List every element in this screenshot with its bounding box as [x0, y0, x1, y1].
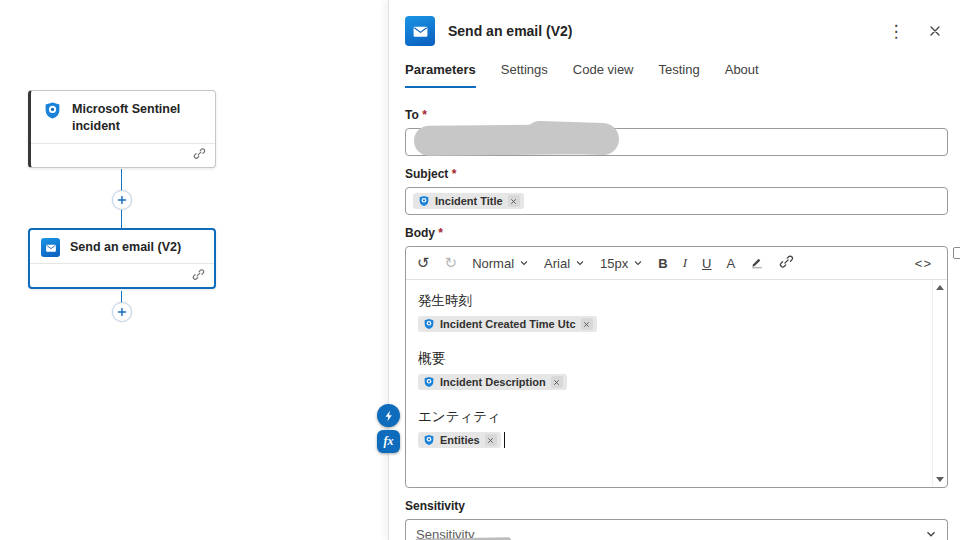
trigger-card-title: Microsoft Sentinel incident: [72, 101, 198, 135]
outlook-icon: [405, 16, 435, 46]
chevron-down-icon: [575, 258, 585, 268]
to-field-label: To *: [405, 108, 948, 122]
undo-icon[interactable]: ↺: [417, 254, 430, 272]
dynamic-content-lightning-icon[interactable]: [377, 404, 400, 427]
email-body-content[interactable]: 発生時刻 Incident Created Time Utc 概要: [407, 281, 932, 486]
connector-line: [121, 169, 122, 191]
underline-button[interactable]: U: [702, 256, 711, 271]
scroll-up-icon[interactable]: [936, 285, 944, 290]
action-card-title: Send an email (V2): [70, 239, 181, 256]
action-details-panel: Send an email (V2) ⋮ Parameters Settings…: [388, 0, 960, 540]
tab-code-view[interactable]: Code view: [573, 62, 634, 88]
body-field-label: Body *: [405, 226, 948, 240]
add-action-button[interactable]: [112, 190, 132, 210]
text-style-dropdown[interactable]: Normal: [472, 256, 529, 271]
font-family-dropdown[interactable]: Arial: [544, 256, 585, 271]
token-incident-title[interactable]: Incident Title: [413, 193, 524, 209]
highlight-icon[interactable]: [750, 255, 764, 272]
remove-token-icon[interactable]: [581, 318, 593, 330]
link-icon[interactable]: [779, 254, 794, 272]
remove-token-icon[interactable]: [551, 376, 563, 388]
token-incident-description[interactable]: Incident Description: [418, 374, 567, 390]
tab-settings[interactable]: Settings: [501, 62, 548, 88]
font-size-dropdown[interactable]: 15px: [600, 256, 643, 271]
chevron-down-icon: [925, 526, 937, 540]
body-text-line: 発生時刻: [418, 292, 921, 310]
sentinel-shield-icon: [423, 376, 435, 388]
sensitivity-dropdown[interactable]: Sensitivity: [405, 519, 948, 540]
italic-button[interactable]: I: [683, 255, 687, 271]
body-text-line: エンティティ: [418, 408, 921, 426]
trigger-card-microsoft-sentinel-incident[interactable]: Microsoft Sentinel incident: [28, 90, 216, 168]
connection-icon[interactable]: [193, 146, 206, 164]
sensitivity-field-label: Sensitivity: [405, 499, 948, 513]
rich-text-editor: ↺ ↻ Normal Arial 15px B I: [405, 246, 948, 488]
token-incident-created-time[interactable]: Incident Created Time Utc: [418, 316, 597, 332]
remove-token-icon[interactable]: [485, 434, 497, 446]
sentinel-shield-icon: [43, 101, 62, 120]
editor-scrollbar[interactable]: [932, 281, 946, 486]
sentinel-shield-icon: [423, 434, 435, 446]
token-entities[interactable]: Entities: [418, 432, 501, 448]
outlook-icon: [41, 238, 60, 257]
font-color-button[interactable]: A: [726, 256, 735, 271]
connection-icon[interactable]: [192, 267, 205, 285]
more-options-icon[interactable]: ⋮: [883, 23, 909, 40]
expand-icon[interactable]: [953, 247, 960, 259]
dynamic-content-buttons: fx: [377, 404, 400, 453]
editor-toolbar: ↺ ↻ Normal Arial 15px B I: [406, 247, 947, 280]
subject-input[interactable]: Incident Title: [405, 187, 948, 215]
code-view-icon[interactable]: <>: [915, 256, 932, 271]
text-cursor: [504, 432, 505, 448]
redaction-scribble: [523, 120, 619, 155]
body-text-line: 概要: [418, 350, 921, 368]
to-input[interactable]: [405, 128, 948, 156]
panel-header: Send an email (V2) ⋮: [389, 0, 960, 50]
panel-tabs: Parameters Settings Code view Testing Ab…: [389, 50, 960, 88]
chevron-down-icon: [633, 258, 643, 268]
action-card-send-email[interactable]: Send an email (V2): [28, 228, 216, 289]
subject-field-label: Subject *: [405, 167, 948, 181]
sentinel-shield-icon: [423, 318, 435, 330]
connector-line: [121, 210, 122, 228]
add-action-button[interactable]: [112, 302, 132, 322]
tab-about[interactable]: About: [725, 62, 759, 88]
remove-token-icon[interactable]: [508, 195, 520, 207]
redo-icon: ↻: [445, 254, 458, 272]
chevron-down-icon: [519, 258, 529, 268]
expression-fx-button[interactable]: fx: [377, 430, 400, 453]
tab-testing[interactable]: Testing: [659, 62, 700, 88]
panel-title: Send an email (V2): [448, 23, 870, 39]
scroll-down-icon[interactable]: [936, 477, 944, 482]
tab-parameters[interactable]: Parameters: [405, 62, 476, 88]
close-icon[interactable]: [922, 18, 948, 44]
sentinel-shield-icon: [418, 195, 430, 207]
bold-button[interactable]: B: [658, 256, 667, 271]
